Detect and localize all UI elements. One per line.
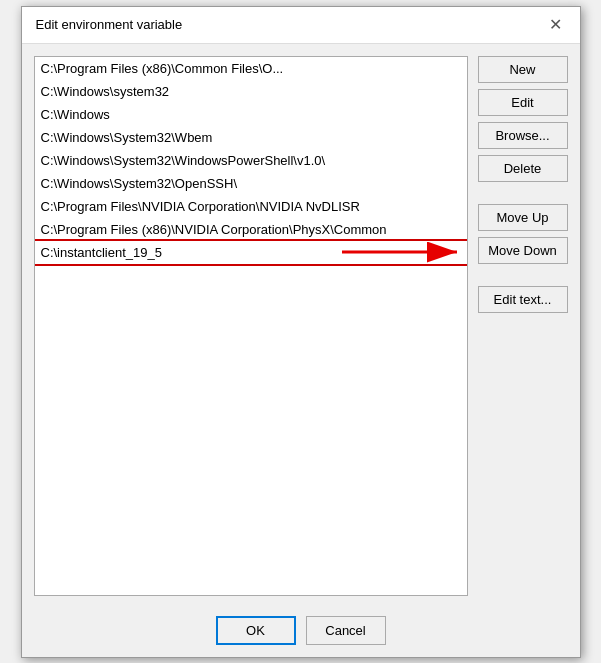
- action-buttons: New Edit Browse... Delete Move Up Move D…: [478, 56, 568, 596]
- list-item[interactable]: C:\Windows\System32\OpenSSH\: [35, 172, 467, 195]
- dialog-body: C:\Program Files (x86)\Common Files\O...…: [22, 44, 580, 608]
- title-bar: Edit environment variable ✕: [22, 7, 580, 44]
- list-item[interactable]: C:\Windows\System32\WindowsPowerShell\v1…: [35, 149, 467, 172]
- list-item[interactable]: C:\Program Files (x86)\NVIDIA Corporatio…: [35, 218, 467, 241]
- list-item[interactable]: C:\Program Files (x86)\Common Files\O...: [35, 57, 467, 80]
- ok-button[interactable]: OK: [216, 616, 296, 645]
- browse-button[interactable]: Browse...: [478, 122, 568, 149]
- move-down-button[interactable]: Move Down: [478, 237, 568, 264]
- move-up-button[interactable]: Move Up: [478, 204, 568, 231]
- new-button[interactable]: New: [478, 56, 568, 83]
- cancel-button[interactable]: Cancel: [306, 616, 386, 645]
- delete-button[interactable]: Delete: [478, 155, 568, 182]
- edit-env-var-dialog: Edit environment variable ✕ C:\Program F…: [21, 6, 581, 658]
- edit-button[interactable]: Edit: [478, 89, 568, 116]
- list-item[interactable]: C:\instantclient_19_5: [35, 241, 467, 264]
- list-item[interactable]: C:\Windows\system32: [35, 80, 467, 103]
- list-item[interactable]: C:\Windows: [35, 103, 467, 126]
- close-button[interactable]: ✕: [545, 17, 566, 33]
- edit-text-button[interactable]: Edit text...: [478, 286, 568, 313]
- dialog-footer: OK Cancel: [22, 608, 580, 657]
- env-var-list[interactable]: C:\Program Files (x86)\Common Files\O...…: [34, 56, 468, 596]
- dialog-title: Edit environment variable: [36, 17, 183, 32]
- list-item[interactable]: C:\Program Files\NVIDIA Corporation\NVID…: [35, 195, 467, 218]
- list-item[interactable]: C:\Windows\System32\Wbem: [35, 126, 467, 149]
- button-spacer: [478, 188, 568, 198]
- button-spacer2: [478, 270, 568, 280]
